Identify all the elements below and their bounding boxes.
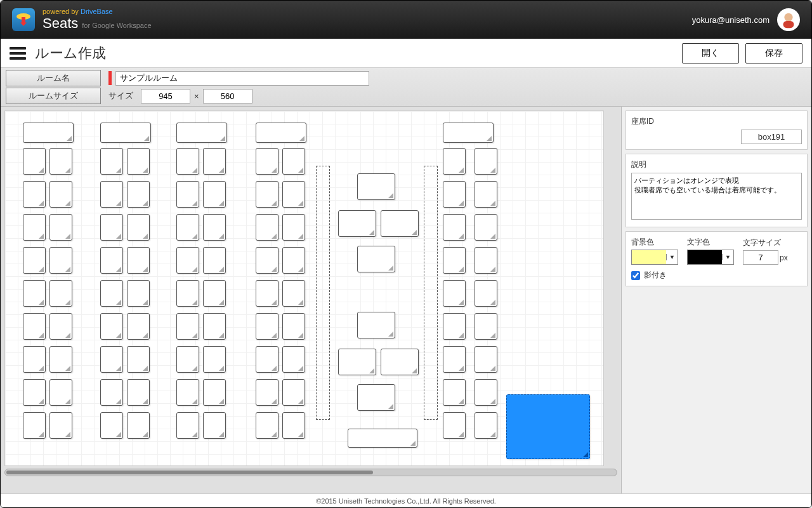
shadow-checkbox[interactable] [631,271,640,280]
seat-box[interactable] [256,346,278,373]
seat-box[interactable] [475,214,497,241]
seat-box[interactable] [23,313,46,340]
seat-box[interactable] [127,181,150,208]
seat-box[interactable] [49,313,72,340]
seat-box[interactable] [475,412,497,439]
seat-box[interactable] [357,312,395,338]
seat-box[interactable] [176,148,199,175]
seat-box[interactable] [176,280,199,307]
seat-box[interactable] [49,214,72,241]
user-email[interactable]: yokura@uniseth.com [692,15,769,25]
seat-box[interactable] [443,214,466,241]
seat-box[interactable] [357,384,395,411]
seat-box[interactable] [256,148,278,175]
seat-box[interactable] [127,214,150,241]
seat-box[interactable] [443,412,466,439]
seat-box[interactable] [176,181,199,208]
seat-box[interactable] [203,247,226,274]
seat-box[interactable] [23,214,46,241]
seat-box[interactable] [100,123,151,143]
seat-box[interactable] [49,379,72,406]
seat-box[interactable] [127,346,150,373]
seat-box[interactable] [23,181,46,208]
seat-box[interactable] [256,247,278,274]
seat-box[interactable] [475,181,497,208]
seat-box[interactable] [100,181,123,208]
drivebase-link[interactable]: DriveBase [81,8,113,15]
seat-box[interactable] [282,313,305,340]
seat-box[interactable] [256,181,278,208]
open-button[interactable]: 開く [682,43,739,64]
seat-box[interactable] [203,148,226,175]
seat-box[interactable] [282,280,305,307]
seat-box[interactable] [100,412,123,439]
seat-box[interactable] [203,181,226,208]
avatar[interactable] [777,8,800,31]
seat-box[interactable] [443,181,466,208]
seat-box[interactable] [176,214,199,241]
seat-box[interactable] [100,313,123,340]
seat-box[interactable] [338,349,376,375]
room-height-input[interactable] [203,89,252,104]
seat-box[interactable] [282,379,305,406]
partition-divider[interactable] [316,166,330,420]
seat-box[interactable] [443,346,466,373]
seat-box[interactable] [203,346,226,373]
seat-box[interactable] [127,247,150,274]
seat-box[interactable] [256,214,278,241]
seat-box[interactable] [475,280,497,307]
seat-box[interactable] [100,148,123,175]
seat-box[interactable] [127,379,150,406]
horizontal-scrollbar[interactable] [4,469,617,476]
seat-box[interactable] [49,181,72,208]
seat-box[interactable] [23,123,74,143]
seat-box[interactable] [256,412,278,439]
menu-icon[interactable] [10,47,26,60]
seat-box[interactable] [443,148,466,175]
seat-box[interactable] [203,313,226,340]
seat-box[interactable] [475,148,497,175]
bg-color-select[interactable]: ▼ [631,250,678,265]
seat-box[interactable] [282,247,305,274]
seat-box[interactable] [127,148,150,175]
seat-box[interactable] [49,280,72,307]
seat-box[interactable] [203,412,226,439]
seat-box[interactable] [203,214,226,241]
seat-box[interactable] [443,313,466,340]
fg-color-select[interactable]: ▼ [687,250,734,265]
seat-box[interactable] [23,412,46,439]
room-canvas[interactable] [4,110,604,466]
seat-box[interactable] [348,429,417,448]
seat-box[interactable] [475,379,497,406]
seat-box[interactable] [443,280,466,307]
seat-box[interactable] [256,379,278,406]
seat-box[interactable] [282,214,305,241]
seat-box[interactable] [256,280,278,307]
seat-box[interactable] [176,247,199,274]
seat-box[interactable] [282,346,305,373]
seat-box[interactable] [475,313,497,340]
seat-box[interactable] [282,148,305,175]
shadow-checkbox-row[interactable]: 影付き [631,270,802,281]
seat-box[interactable] [100,280,123,307]
room-name-input[interactable] [115,71,369,86]
seat-box[interactable] [176,313,199,340]
seat-box[interactable] [443,123,494,143]
seat-box[interactable] [176,412,199,439]
seat-box[interactable] [256,313,278,340]
seat-box[interactable] [338,210,376,237]
seat-box[interactable] [256,123,306,143]
font-size-input[interactable] [743,250,778,265]
seat-box[interactable] [100,379,123,406]
seat-box[interactable] [176,346,199,373]
seat-box[interactable] [443,379,466,406]
seat-box[interactable] [49,148,72,175]
seat-box[interactable] [381,349,419,375]
seat-box[interactable] [127,412,150,439]
seat-box[interactable] [203,379,226,406]
seat-box[interactable] [23,346,46,373]
seat-box[interactable] [127,280,150,307]
seat-box[interactable] [475,346,497,373]
seat-box[interactable] [100,247,123,274]
seat-box[interactable] [443,247,466,274]
